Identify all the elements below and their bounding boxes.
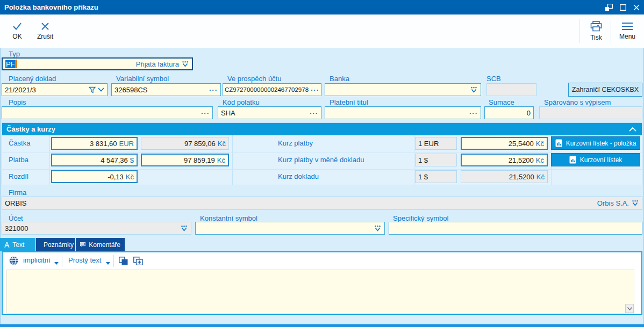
divider <box>62 255 62 267</box>
castka-label: Částka <box>9 137 30 150</box>
kod-poplatku-field[interactable]: SHA ··· <box>218 106 321 119</box>
dropdown-dots-icon[interactable] <box>470 86 478 93</box>
print-button[interactable]: Tisk <box>583 16 610 46</box>
kurz-platby-rate-currency: Kč <box>536 140 544 148</box>
print-button-label: Tisk <box>590 34 602 41</box>
dropdown-dots-icon[interactable] <box>181 61 189 68</box>
rate-sheet-icon <box>555 139 562 147</box>
globe-icon[interactable] <box>9 256 18 265</box>
menu-button[interactable]: Menu <box>613 16 642 46</box>
scb-field <box>486 83 536 96</box>
placeny-doklad-value: 21/2021/3 <box>5 86 36 94</box>
scroll-down-button[interactable] <box>625 304 634 313</box>
kurzovni-listek-button[interactable]: Kurzovní lístek <box>551 153 640 166</box>
text-content-area[interactable] <box>6 270 634 314</box>
castka-czk-currency: Kč <box>218 140 226 148</box>
maximize-button[interactable] <box>616 0 630 14</box>
ve-prospech-uctu-value: CZ9727000000002467702978 <box>225 86 309 93</box>
variabilni-symbol-field[interactable]: 326598CS ··· <box>111 83 221 96</box>
collapse-chevron-up-icon[interactable] <box>629 127 636 132</box>
sumace-field[interactable]: 0 <box>484 106 534 119</box>
filter-icon[interactable] <box>89 86 96 93</box>
ok-button-label: OK <box>12 33 22 40</box>
platba-amount-field[interactable]: 4 547,36 $ <box>51 154 138 166</box>
platba-amount-currency: $ <box>130 156 134 164</box>
text-tab-panel: implicitní Prostý text <box>2 251 642 315</box>
kurz-platby-rate-field[interactable]: 25,5400 Kč <box>461 137 548 150</box>
firma-value: ORBIS <box>5 199 26 207</box>
ellipsis-button[interactable]: ··· <box>209 86 218 94</box>
kurz-dokladu-label: Kurz dokladu <box>278 170 319 183</box>
language-dropdown[interactable]: implicitní <box>23 256 51 264</box>
dropdown-dots-icon[interactable] <box>180 225 188 232</box>
banka-field[interactable] <box>325 83 481 96</box>
divider <box>2 152 642 153</box>
divider <box>113 255 114 267</box>
platebni-titul-field[interactable]: ··· <box>325 106 481 119</box>
format-dropdown[interactable]: Prostý text <box>68 256 101 264</box>
platba-label: Platba <box>9 154 28 166</box>
toolbar-divider <box>611 19 611 43</box>
ucet-field[interactable]: 321000 <box>2 222 191 235</box>
ok-button[interactable]: OK <box>3 16 31 46</box>
ellipsis-button[interactable]: ··· <box>311 86 319 94</box>
kurzovni-listek-polozka-button[interactable]: Kurzovní lístek - položka <box>551 136 640 150</box>
tab-text[interactable]: A Text <box>0 238 35 251</box>
rozdil-amount-field[interactable]: -0,13 Kč <box>51 170 138 183</box>
kurzovni-listek-label: Kurzovní lístek <box>580 156 622 164</box>
kurz-platby-unit-value: 1 EUR <box>418 140 439 148</box>
kurz-platby-mena-unit-field: 1 $ <box>415 154 457 166</box>
divider <box>414 135 414 185</box>
ellipsis-button[interactable]: ··· <box>310 109 318 117</box>
toolbar-divider <box>579 19 580 43</box>
kurz-dokladu-unit-value: 1 $ <box>418 173 428 181</box>
popis-field[interactable]: ··· <box>2 106 213 119</box>
rozdil-label: Rozdíl <box>9 170 28 183</box>
platebni-titul-label: Platební titul <box>330 98 368 106</box>
firma-field[interactable]: ORBIS Orbis S.A. <box>2 197 642 210</box>
dropdown-dots-icon[interactable] <box>631 200 639 207</box>
typ-field[interactable]: PF Přijatá faktura <box>2 57 193 70</box>
kurz-dokladu-unit-field: 1 $ <box>415 170 457 183</box>
tab-poznamky[interactable]: Poznámky <box>36 238 75 251</box>
hamburger-menu-icon <box>621 22 633 31</box>
kurz-platby-mena-rate-currency: Kč <box>536 156 544 164</box>
tab-text-label: Text <box>12 241 24 249</box>
castka-amount-currency: EUR <box>119 140 134 148</box>
copy-icon[interactable] <box>119 257 128 265</box>
close-button[interactable] <box>630 0 643 14</box>
kod-poplatku-label: Kód polatku <box>223 98 260 106</box>
ellipsis-button[interactable]: ··· <box>201 109 210 117</box>
kurz-platby-mena-label: Kurz platby v měně dokladu <box>278 154 364 166</box>
kurz-platby-label: Kurz platby <box>278 137 313 150</box>
dock-window-button[interactable] <box>602 0 616 14</box>
ve-prospech-uctu-field[interactable]: CZ9727000000002467702978 ··· <box>223 83 321 96</box>
castka-amount-field[interactable]: 3 831,60 EUR <box>51 137 138 150</box>
comment-bubble-icon <box>80 241 85 248</box>
specificky-symbol-field[interactable] <box>389 222 642 235</box>
menu-button-label: Menu <box>619 33 635 40</box>
ucet-label: Účet <box>9 214 23 222</box>
kurz-platby-mena-rate-field[interactable]: 21,5200 Kč <box>461 154 548 166</box>
sumace-value: 0 <box>527 109 531 117</box>
text-editor-toolbar: implicitní Prostý text <box>3 252 641 270</box>
ellipsis-button[interactable]: ··· <box>469 109 478 117</box>
title-bar: Položka bankovního příkazu <box>0 0 644 14</box>
placeny-doklad-field[interactable]: 21/2021/3 <box>2 83 108 96</box>
platba-czk-value: 97 859,19 <box>184 156 215 164</box>
chevron-down-icon[interactable] <box>98 88 104 92</box>
copy-add-icon[interactable] <box>133 257 143 265</box>
rozdil-amount-currency: Kč <box>126 173 134 181</box>
tab-komentare[interactable]: Komentáře <box>76 238 125 251</box>
konstantni-symbol-field[interactable] <box>195 222 385 235</box>
cancel-x-icon <box>41 22 49 31</box>
kurzovni-listek-polozka-label: Kurzovní lístek - položka <box>566 140 636 147</box>
main-toolbar: OK Zrušit Tisk Menu <box>0 14 644 48</box>
cancel-button[interactable]: Zrušit <box>31 16 59 46</box>
platba-czk-field[interactable]: 97 859,19 Kč <box>141 154 229 166</box>
placeny-doklad-label: Placený doklad <box>9 75 56 83</box>
dropdown-dots-icon[interactable] <box>374 225 382 232</box>
firma-label: Firma <box>9 188 26 197</box>
text-a-icon: A <box>4 241 9 249</box>
zahranici-button[interactable]: Zahraničí CEKOSKBX <box>568 83 642 97</box>
